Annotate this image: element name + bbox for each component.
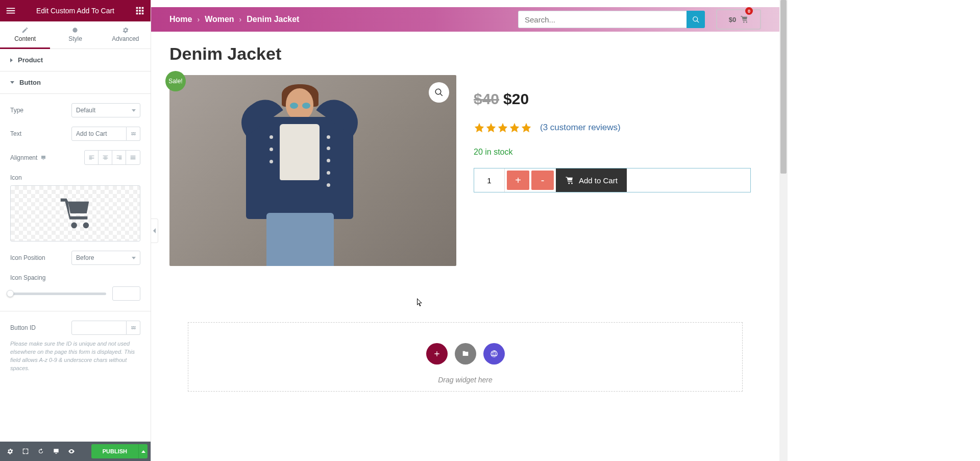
add-global-button[interactable] bbox=[483, 343, 505, 365]
input-icon-spacing[interactable] bbox=[112, 286, 140, 301]
svg-point-0 bbox=[73, 28, 78, 32]
sale-badge: Sale! bbox=[165, 71, 186, 91]
align-group bbox=[84, 150, 140, 165]
caret-down-icon bbox=[10, 81, 14, 84]
label-icon-spacing: Icon Spacing bbox=[10, 274, 140, 281]
search-box bbox=[518, 11, 705, 28]
label-icon: Icon bbox=[10, 174, 140, 181]
preview-icon[interactable] bbox=[64, 444, 79, 458]
old-price: $40 bbox=[474, 90, 499, 108]
input-button-id[interactable] bbox=[71, 321, 127, 335]
slider-icon-spacing[interactable] bbox=[10, 293, 106, 295]
select-type[interactable]: Default bbox=[71, 103, 140, 117]
tab-content[interactable]: Content bbox=[0, 21, 50, 48]
sidebar-title: Edit Custom Add To Cart bbox=[36, 7, 114, 15]
mini-cart[interactable]: $0 0 bbox=[716, 9, 761, 30]
chevron-down-icon bbox=[132, 257, 136, 259]
label-alignment: Alignment bbox=[10, 154, 46, 161]
topbar: Home › Women › Denim Jacket $0 0 bbox=[151, 7, 779, 32]
menu-icon[interactable] bbox=[5, 5, 16, 16]
apps-icon[interactable] bbox=[134, 5, 145, 16]
section-button[interactable]: Button bbox=[0, 71, 151, 94]
zoom-icon bbox=[434, 88, 444, 97]
cart-icon bbox=[565, 176, 574, 185]
drop-text: Drag widget here bbox=[188, 376, 742, 384]
globe-icon bbox=[490, 350, 498, 358]
reviews-link[interactable]: (3 customer reviews) bbox=[540, 123, 621, 133]
search-icon bbox=[692, 16, 700, 23]
zoom-button[interactable] bbox=[429, 82, 449, 103]
controls-button: Type Default Text bbox=[0, 94, 151, 311]
publish-options-button[interactable] bbox=[138, 444, 148, 458]
align-justify-button[interactable] bbox=[126, 151, 140, 164]
qty-input[interactable] bbox=[474, 168, 505, 192]
scrollbar-thumb[interactable] bbox=[780, 0, 787, 174]
qty-minus-button[interactable]: - bbox=[531, 171, 554, 190]
preview-area: Home › Women › Denim Jacket $0 0 bbox=[151, 0, 788, 461]
new-price: $20 bbox=[503, 90, 529, 108]
product-title: Denim Jacket bbox=[169, 44, 761, 64]
scrollbar[interactable] bbox=[779, 0, 788, 461]
publish-button[interactable]: PUBLISH bbox=[91, 444, 138, 458]
icon-preview[interactable] bbox=[10, 185, 140, 241]
section-product[interactable]: Product bbox=[0, 49, 151, 71]
sidebar-header: Edit Custom Add To Cart bbox=[0, 0, 151, 21]
responsive-mode-icon[interactable] bbox=[49, 444, 63, 458]
chevron-right-icon: › bbox=[239, 15, 242, 23]
align-left-button[interactable] bbox=[85, 151, 99, 164]
add-to-cart-row: + - Add to Cart bbox=[474, 168, 751, 192]
add-to-cart-button[interactable]: Add to Cart bbox=[556, 168, 627, 192]
tab-style[interactable]: Style bbox=[50, 21, 100, 48]
label-text: Text bbox=[10, 130, 21, 137]
search-button[interactable] bbox=[687, 11, 705, 28]
drop-zone[interactable]: Drag widget here bbox=[188, 322, 743, 392]
label-icon-position: Icon Position bbox=[10, 254, 45, 261]
input-text[interactable] bbox=[71, 127, 127, 141]
cart-icon bbox=[55, 196, 96, 231]
plus-icon bbox=[433, 350, 441, 358]
search-input[interactable] bbox=[518, 11, 687, 28]
sidebar-footer: PUBLISH bbox=[0, 442, 151, 461]
history-icon[interactable] bbox=[34, 444, 48, 458]
price: $40 $20 bbox=[474, 90, 761, 108]
add-section-button[interactable] bbox=[426, 343, 448, 365]
rating-stars bbox=[474, 122, 532, 133]
bc-home[interactable]: Home bbox=[169, 15, 192, 24]
tab-advanced[interactable]: Advanced bbox=[101, 21, 151, 48]
folder-icon bbox=[461, 350, 470, 358]
chevron-right-icon: › bbox=[197, 15, 200, 23]
breadcrumb: Home › Women › Denim Jacket bbox=[169, 15, 299, 24]
align-center-button[interactable] bbox=[99, 151, 112, 164]
dynamic-tag-button[interactable] bbox=[127, 321, 140, 335]
cart-icon bbox=[740, 15, 748, 23]
editor-sidebar: Edit Custom Add To Cart Content Style Ad… bbox=[0, 0, 151, 461]
slider-thumb[interactable] bbox=[7, 290, 14, 297]
sidebar-tabs: Content Style Advanced bbox=[0, 21, 151, 49]
select-icon-position[interactable]: Before bbox=[71, 251, 140, 265]
bc-current: Denim Jacket bbox=[247, 15, 299, 24]
qty-plus-button[interactable]: + bbox=[507, 171, 529, 190]
label-button-id: Button ID bbox=[10, 324, 36, 331]
chevron-down-icon bbox=[132, 109, 136, 112]
caret-right-icon bbox=[10, 58, 13, 62]
responsive-icon[interactable] bbox=[40, 155, 46, 161]
stock-status: 20 in stock bbox=[474, 148, 761, 157]
product-image[interactable] bbox=[169, 75, 456, 266]
settings-icon[interactable] bbox=[3, 444, 17, 458]
panel-scroll[interactable]: Product Button Type Default Text bbox=[0, 49, 151, 442]
add-template-button[interactable] bbox=[455, 343, 476, 365]
navigator-icon[interactable] bbox=[18, 444, 33, 458]
bc-women[interactable]: Women bbox=[205, 15, 234, 24]
dynamic-tag-button[interactable] bbox=[127, 127, 140, 141]
label-type: Type bbox=[10, 107, 23, 114]
cart-count-badge: 0 bbox=[745, 7, 753, 15]
help-button-id: Please make sure the ID is unique and no… bbox=[10, 340, 140, 373]
align-right-button[interactable] bbox=[112, 151, 126, 164]
